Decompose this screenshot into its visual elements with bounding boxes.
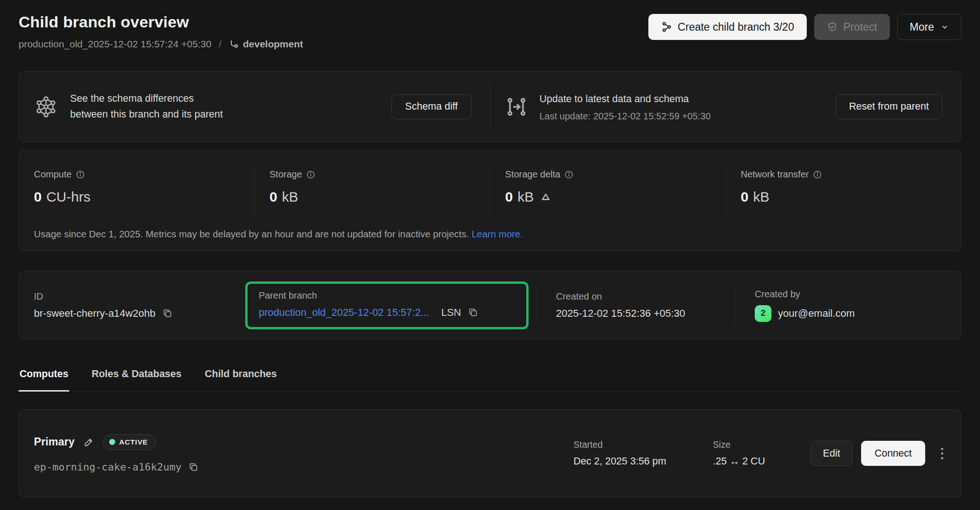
endpoint-id: ep-morning-cake-a16k2umy [34, 461, 182, 473]
protect-button[interactable]: Protect [814, 14, 890, 40]
child-branch-icon [229, 39, 239, 49]
kebab-menu-icon[interactable] [937, 443, 947, 464]
created-on-label: Created on [556, 291, 735, 302]
created-by-value: your@email.com [778, 307, 855, 320]
status-badge-label: ACTIVE [119, 438, 148, 446]
metric-storage: Storage 0 kB [255, 166, 490, 218]
metric-compute-label: Compute [34, 169, 72, 180]
breadcrumb: production_old_2025-12-02 15:57:24 +05:3… [19, 39, 303, 50]
started-column: Started Dec 2, 2025 3:56 pm [574, 439, 713, 467]
tab-roles-databases[interactable]: Roles & Databases [91, 366, 183, 392]
reset-title: Update to latest data and schema [540, 92, 711, 107]
parent-branch-lsn: LSN [441, 307, 461, 319]
avatar: 2 [755, 305, 771, 322]
metric-network-transfer-label: Network transfer [741, 169, 809, 180]
parent-branch-highlight: Parent branch production_old_2025-12-02 … [245, 281, 529, 329]
edit-button[interactable]: Edit [810, 441, 853, 466]
metric-storage-label: Storage [269, 169, 302, 180]
metric-storage-delta-label: Storage delta [505, 169, 561, 180]
started-label: Started [574, 439, 713, 450]
metric-compute-value: 0 [34, 189, 42, 205]
usage-note: Usage since Dec 1, 2025. Metrics may be … [19, 218, 961, 240]
edit-name-pencil-icon[interactable] [83, 437, 94, 448]
more-label: More [910, 21, 934, 33]
breadcrumb-current[interactable]: development [229, 39, 303, 50]
compute-card: Primary ACTIVE ep-morning-cake-a16k2umy [19, 409, 961, 497]
schema-diff-description: See the schema differences between this … [70, 91, 223, 122]
schema-graph-icon [34, 95, 58, 119]
metric-storage-unit: kB [282, 189, 298, 205]
more-button[interactable]: More [897, 14, 961, 40]
shield-check-icon [827, 21, 838, 33]
copy-icon[interactable] [162, 308, 173, 319]
child-branch-overview-page: Child branch overview production_old_202… [0, 0, 980, 510]
info-icon[interactable] [564, 170, 574, 179]
created-by-column: Created by 2 your@email.com [755, 289, 855, 322]
metric-storage-delta-value: 0 [505, 189, 513, 205]
metric-network-transfer-unit: kB [753, 189, 769, 205]
metric-storage-delta-unit: kB [517, 189, 534, 205]
reset-from-parent-button[interactable]: Reset from parent [836, 94, 942, 119]
branch-id-label: ID [34, 291, 245, 302]
compute-meta: Started Dec 2, 2025 3:56 pm Size .25 ↔ 2… [574, 439, 947, 467]
branch-id-value: br-sweet-cherry-a14w2ohb [34, 307, 156, 320]
info-icon[interactable] [813, 170, 822, 179]
delta-icon [540, 191, 551, 203]
info-icon[interactable] [76, 170, 85, 179]
metric-compute-unit: CU-hrs [46, 189, 91, 205]
branch-tabs: Computes Roles & Databases Child branche… [19, 366, 961, 392]
metric-compute: Compute 0 CU-hrs [19, 166, 254, 218]
branch-id-column: ID br-sweet-cherry-a14w2ohb [34, 291, 245, 320]
compute-info: Primary ACTIVE ep-morning-cake-a16k2umy [34, 434, 199, 473]
reset-section: Update to latest data and schema Last up… [490, 72, 961, 142]
learn-more-link[interactable]: Learn more. [471, 229, 523, 239]
status-badge: ACTIVE [103, 434, 157, 450]
created-on-column: Created on 2025-12-02 15:52:36 +05:30 [556, 291, 735, 320]
tab-computes[interactable]: Computes [19, 366, 69, 392]
size-column: Size .25 ↔ 2 CU [713, 439, 810, 467]
metric-storage-delta: Storage delta 0 kB [490, 166, 725, 218]
copy-icon[interactable] [188, 462, 199, 472]
created-by-label: Created by [755, 289, 855, 300]
breadcrumb-current-label: development [243, 39, 303, 50]
size-label: Size [713, 439, 810, 450]
create-child-branch-label: Create child branch 3/20 [678, 21, 794, 33]
created-on-value: 2025-12-02 15:52:36 +05:30 [556, 307, 735, 320]
branch-icon [661, 21, 672, 33]
connect-button[interactable]: Connect [861, 441, 925, 466]
sync-panel: See the schema differences between this … [19, 71, 961, 142]
compute-name: Primary [34, 436, 75, 448]
schema-diff-section: See the schema differences between this … [19, 72, 490, 142]
started-value: Dec 2, 2025 3:56 pm [574, 456, 713, 467]
page-title: Child branch overview [19, 13, 303, 31]
copy-icon[interactable] [468, 307, 478, 318]
parent-branch-label: Parent branch [259, 290, 515, 301]
metric-storage-value: 0 [269, 189, 277, 205]
header-left: Child branch overview production_old_202… [19, 13, 303, 50]
breadcrumb-separator: / [218, 39, 222, 50]
create-child-branch-button[interactable]: Create child branch 3/20 [648, 14, 807, 40]
info-icon[interactable] [306, 170, 315, 179]
metric-network-transfer: Network transfer 0 kB [726, 166, 961, 218]
page-header: Child branch overview production_old_202… [19, 13, 961, 50]
size-value: .25 ↔ 2 CU [713, 456, 810, 467]
metric-network-transfer-value: 0 [741, 189, 749, 205]
reset-description: Update to latest data and schema Last up… [540, 92, 711, 121]
reset-from-parent-icon [505, 96, 528, 118]
metrics-row: Compute 0 CU-hrs Storage [19, 166, 961, 218]
tab-child-branches[interactable]: Child branches [204, 366, 278, 392]
reset-last-update: Last update: 2025-12-02 15:52:59 +05:30 [540, 111, 711, 122]
protect-label: Protect [843, 21, 877, 33]
breadcrumb-parent-branch[interactable]: production_old_2025-12-02 15:57:24 +05:3… [19, 39, 211, 50]
chevron-down-icon [941, 23, 949, 31]
metrics-panel: Compute 0 CU-hrs Storage [19, 150, 961, 251]
header-actions: Create child branch 3/20 Protect More [648, 14, 961, 40]
branch-details-panel: ID br-sweet-cherry-a14w2ohb Parent branc… [19, 271, 961, 340]
active-dot-icon [109, 439, 115, 445]
parent-branch-link[interactable]: production_old_2025-12-02 15:57:2... [259, 307, 429, 319]
schema-diff-button[interactable]: Schema diff [392, 94, 471, 119]
